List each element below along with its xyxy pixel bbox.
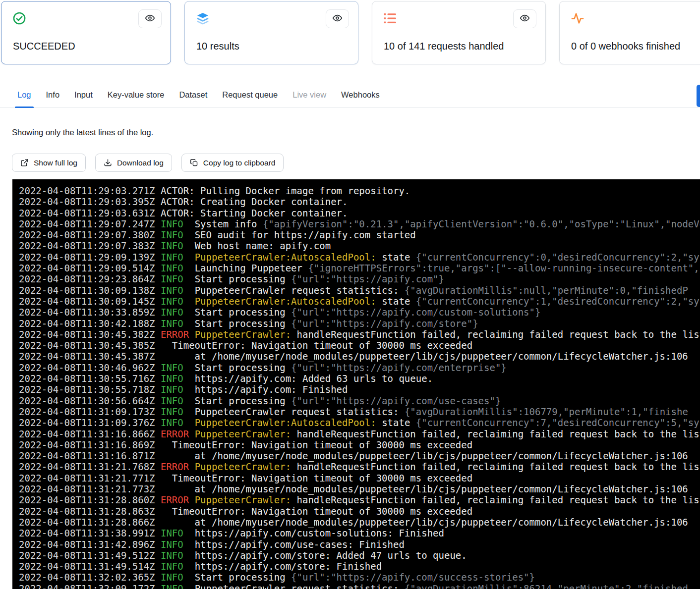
view-detail-button[interactable] bbox=[138, 9, 162, 28]
log-line: 2022-04-08T11:30:42.188Z INFO Start proc… bbox=[19, 318, 700, 329]
stat-cards: SUCCEEDED10 results10 of 141 requests ha… bbox=[0, 0, 700, 65]
log-timestamp: 2022-04-08T11:30:45.382Z bbox=[19, 329, 155, 340]
log-viewer[interactable]: 2022-04-08T11:29:03.271Z ACTOR: Pulling … bbox=[12, 179, 700, 589]
log-line: 2022-04-08T11:30:45.385Z TimeoutError: N… bbox=[19, 340, 700, 351]
stat-card-status[interactable]: SUCCEEDED bbox=[1, 1, 171, 64]
stat-card-requests[interactable]: 10 of 141 requests handled bbox=[372, 1, 546, 64]
log-line: 2022-04-08T11:31:28.866Z at /home/myuser… bbox=[19, 517, 700, 528]
button-label: Download log bbox=[117, 159, 164, 167]
log-line: 2022-04-08T11:29:23.864Z INFO Start proc… bbox=[19, 273, 700, 284]
log-timestamp: 2022-04-08T11:31:09.376Z bbox=[19, 417, 155, 428]
log-line: 2022-04-08T11:31:21.768Z ERROR Puppeteer… bbox=[19, 461, 700, 472]
log-line: 2022-04-08T11:31:28.860Z ERROR Puppeteer… bbox=[19, 494, 700, 505]
log-line: 2022-04-08T11:30:55.718Z INFO https://ap… bbox=[19, 384, 700, 395]
view-detail-button[interactable] bbox=[513, 9, 536, 28]
eye-icon bbox=[332, 13, 343, 25]
log-timestamp: 2022-04-08T11:29:07.247Z bbox=[19, 218, 155, 229]
log-timestamp: 2022-04-08T11:29:03.271Z bbox=[19, 185, 155, 196]
log-timestamp: 2022-04-08T11:30:46.962Z bbox=[19, 362, 155, 373]
tab-bar: LogInfoInputKey-value storeDatasetReques… bbox=[0, 84, 700, 108]
log-timestamp: 2022-04-08T11:29:09.514Z bbox=[19, 263, 155, 273]
queue-list-icon bbox=[383, 11, 397, 25]
log-line: 2022-04-08T11:31:16.869Z TimeoutError: N… bbox=[19, 439, 700, 450]
log-timestamp: 2022-04-08T11:32:09.172Z bbox=[19, 583, 155, 589]
log-line: 2022-04-08T11:31:49.514Z INFO https://ap… bbox=[19, 561, 700, 572]
log-line: 2022-04-08T11:31:16.866Z ERROR Puppeteer… bbox=[19, 428, 700, 439]
log-timestamp: 2022-04-08T11:30:42.188Z bbox=[19, 318, 155, 329]
log-line: 2022-04-08T11:29:03.271Z ACTOR: Pulling … bbox=[19, 185, 700, 196]
log-line: 2022-04-08T11:30:45.387Z at /home/myuser… bbox=[19, 351, 700, 362]
log-timestamp: 2022-04-08T11:32:02.365Z bbox=[19, 572, 155, 583]
log-timestamp: 2022-04-08T11:30:09.138Z bbox=[19, 285, 155, 296]
log-line: 2022-04-08T11:29:09.514Z INFO Launching … bbox=[19, 263, 700, 273]
log-line: 2022-04-08T11:32:02.365Z INFO Start proc… bbox=[19, 572, 700, 583]
log-line: 2022-04-08T11:31:42.896Z INFO https://ap… bbox=[19, 539, 700, 550]
log-timestamp: 2022-04-08T11:31:16.869Z bbox=[19, 439, 155, 450]
api-button-partial[interactable] bbox=[697, 85, 700, 107]
eye-icon bbox=[145, 13, 155, 25]
log-line: 2022-04-08T11:29:07.380Z INFO SEO audit … bbox=[19, 229, 700, 240]
log-timestamp: 2022-04-08T11:31:49.512Z bbox=[19, 550, 155, 561]
tab-live-view[interactable]: Live view bbox=[285, 84, 334, 107]
log-timestamp: 2022-04-08T11:31:09.173Z bbox=[19, 406, 155, 417]
log-timestamp: 2022-04-08T11:31:38.991Z bbox=[19, 528, 155, 538]
actor-run-page: SUCCEEDED10 results10 of 141 requests ha… bbox=[0, 0, 700, 589]
log-timestamp: 2022-04-08T11:31:42.896Z bbox=[19, 539, 155, 550]
log-timestamp: 2022-04-08T11:30:45.385Z bbox=[19, 340, 155, 351]
log-note: Showing only the latest lines of the log… bbox=[12, 128, 700, 137]
log-timestamp: 2022-04-08T11:31:16.866Z bbox=[19, 428, 155, 439]
layers-icon bbox=[196, 11, 210, 25]
log-line: 2022-04-08T11:31:21.771Z TimeoutError: N… bbox=[19, 473, 700, 483]
log-line: 2022-04-08T11:31:09.376Z INFO PuppeteerC… bbox=[19, 417, 700, 428]
log-timestamp: 2022-04-08T11:29:07.380Z bbox=[19, 229, 155, 240]
log-timestamp: 2022-04-08T11:30:09.145Z bbox=[19, 296, 155, 307]
log-line: 2022-04-08T11:31:09.173Z INFO PuppeteerC… bbox=[19, 406, 700, 417]
log-line: 2022-04-08T11:30:56.664Z INFO Start proc… bbox=[19, 395, 700, 406]
button-label: Copy log to clipboard bbox=[203, 159, 276, 167]
log-timestamp: 2022-04-08T11:29:09.139Z bbox=[19, 252, 155, 263]
log-line: 2022-04-08T11:29:09.139Z INFO PuppeteerC… bbox=[19, 252, 700, 263]
log-line: 2022-04-08T11:31:16.871Z at /home/myuser… bbox=[19, 450, 700, 461]
download-log-button[interactable]: Download log bbox=[95, 154, 172, 172]
log-timestamp: 2022-04-08T11:31:21.771Z bbox=[19, 473, 155, 483]
pulse-icon bbox=[571, 11, 584, 25]
view-detail-button[interactable] bbox=[326, 9, 349, 28]
log-line: 2022-04-08T11:30:33.859Z INFO Start proc… bbox=[19, 307, 700, 318]
log-timestamp: 2022-04-08T11:29:07.383Z bbox=[19, 240, 155, 251]
log-line: 2022-04-08T11:29:03.395Z ACTOR: Creating… bbox=[19, 196, 700, 207]
show-full-log-button[interactable]: Show full log bbox=[12, 154, 86, 172]
log-timestamp: 2022-04-08T11:29:03.631Z bbox=[19, 208, 155, 218]
log-timestamp: 2022-04-08T11:30:55.718Z bbox=[19, 384, 155, 395]
tab-log[interactable]: Log bbox=[10, 84, 39, 107]
tab-request-queue[interactable]: Request queue bbox=[215, 84, 285, 107]
log-timestamp: 2022-04-08T11:31:28.863Z bbox=[19, 506, 155, 517]
button-label: Show full log bbox=[34, 159, 77, 167]
eye-icon bbox=[520, 13, 530, 25]
log-line: 2022-04-08T11:30:55.716Z INFO https://ap… bbox=[19, 373, 700, 384]
stat-card-label: 10 of 141 requests handled bbox=[384, 41, 504, 52]
stat-card-webhooks[interactable]: 0 of 0 webhooks finished bbox=[559, 1, 700, 64]
log-line: 2022-04-08T11:31:38.991Z INFO https://ap… bbox=[19, 528, 700, 538]
log-timestamp: 2022-04-08T11:31:28.866Z bbox=[19, 517, 155, 528]
log-timestamp: 2022-04-08T11:31:21.768Z bbox=[19, 461, 155, 472]
log-timestamp: 2022-04-08T11:29:23.864Z bbox=[19, 273, 155, 284]
copy-log-button[interactable]: Copy log to clipboard bbox=[181, 154, 284, 172]
log-timestamp: 2022-04-08T11:31:49.514Z bbox=[19, 561, 155, 572]
log-line: 2022-04-08T11:29:07.383Z INFO Web host n… bbox=[19, 240, 700, 251]
stat-card-label: 10 results bbox=[196, 41, 239, 52]
log-timestamp: 2022-04-08T11:31:21.773Z bbox=[19, 483, 155, 494]
log-toolbar: Show full logDownload logCopy log to cli… bbox=[12, 154, 700, 172]
tab-dataset[interactable]: Dataset bbox=[172, 84, 215, 107]
stat-card-results[interactable]: 10 results bbox=[184, 1, 358, 64]
tab-key-value-store[interactable]: Key-value store bbox=[100, 84, 172, 107]
download-icon bbox=[104, 159, 112, 167]
log-line: 2022-04-08T11:32:09.172Z INFO PuppeteerC… bbox=[19, 583, 700, 589]
tab-webhooks[interactable]: Webhooks bbox=[334, 84, 387, 107]
log-line: 2022-04-08T11:29:03.631Z ACTOR: Starting… bbox=[19, 208, 700, 218]
tab-input[interactable]: Input bbox=[67, 84, 100, 107]
external-link-icon bbox=[20, 159, 29, 167]
log-line: 2022-04-08T11:30:45.382Z ERROR Puppeteer… bbox=[19, 329, 700, 340]
tab-info[interactable]: Info bbox=[39, 84, 67, 107]
log-timestamp: 2022-04-08T11:30:33.859Z bbox=[19, 307, 155, 318]
log-timestamp: 2022-04-08T11:31:28.860Z bbox=[19, 494, 155, 505]
